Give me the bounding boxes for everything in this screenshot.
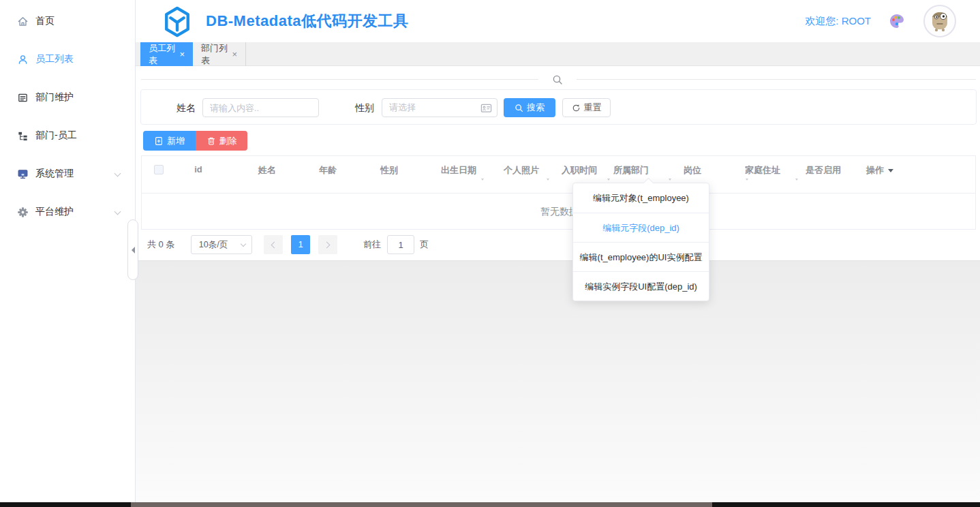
name-label: 姓名 bbox=[177, 90, 196, 125]
name-input[interactable] bbox=[202, 98, 319, 117]
form-icon bbox=[17, 92, 29, 104]
menu-item-edit-instance-field-ui-config[interactable]: 编辑实例字段UI配置(dep_id) bbox=[573, 271, 709, 301]
data-table: id 姓名 年龄 性别 出生日期 个人照片 入职时间 所属部门 岗位 家庭住址 … bbox=[141, 155, 976, 230]
id-card-icon[interactable] bbox=[480, 102, 492, 114]
column-header-department[interactable]: 所属部门 bbox=[613, 164, 649, 176]
search-toggle-icon[interactable] bbox=[552, 74, 563, 85]
sidebar: 首页 员工列表 部门维护 部门-员工 系统管理 平台维护 bbox=[0, 0, 136, 502]
column-header-operation[interactable]: 操作 bbox=[866, 164, 893, 176]
document-add-icon bbox=[154, 136, 164, 146]
gender-select-placeholder: 请选择 bbox=[389, 99, 416, 117]
column-header-hire-date[interactable]: 入职时间 bbox=[562, 164, 597, 176]
goto-page-input[interactable] bbox=[387, 235, 414, 254]
tab-department-list[interactable]: 部门列表 × bbox=[193, 42, 246, 66]
tab-close-icon[interactable]: × bbox=[179, 49, 185, 59]
sort-caret-icon bbox=[669, 179, 671, 182]
tab-bar: 员工列表 × 部门列表 × bbox=[136, 42, 980, 66]
sidebar-item-label: 平台维护 bbox=[35, 206, 74, 218]
app-logo-icon bbox=[163, 6, 192, 37]
page-size-value: 10条/页 bbox=[192, 236, 235, 253]
dock-strip-segment bbox=[131, 502, 712, 507]
total-count-text: 共 0 条 bbox=[147, 235, 174, 254]
reset-button[interactable]: 重置 bbox=[562, 98, 611, 117]
column-header-name[interactable]: 姓名 bbox=[258, 164, 276, 176]
page-title: DB-Metadata低代码开发工具 bbox=[206, 0, 408, 42]
delete-button-label: 删除 bbox=[219, 135, 237, 147]
pagination: 共 0 条 10条/页 1 前往 页 bbox=[136, 235, 980, 254]
gender-select[interactable]: 请选择 bbox=[382, 98, 497, 117]
sort-caret-icon bbox=[607, 179, 610, 182]
sort-caret-icon bbox=[481, 179, 484, 182]
dock-strip bbox=[0, 502, 980, 507]
app-window: 首页 员工列表 部门维护 部门-员工 系统管理 平台维护 bbox=[0, 0, 980, 507]
menu-item-edit-ui-instance-config[interactable]: 编辑(t_employee)的UI实例配置 bbox=[573, 242, 709, 271]
search-form-card: 姓名 性别 请选择 搜索 重置 bbox=[140, 89, 977, 125]
palette-icon[interactable] bbox=[889, 13, 905, 29]
search-button-label: 搜索 bbox=[527, 102, 545, 114]
chevron-down-icon bbox=[114, 209, 121, 215]
menu-item-edit-meta-field[interactable]: 编辑元字段(dep_id) bbox=[573, 213, 709, 242]
column-header-birthdate[interactable]: 出生日期 bbox=[441, 164, 476, 176]
column-header-gender[interactable]: 性别 bbox=[380, 164, 398, 176]
sidebar-item-platform-maintain[interactable]: 平台维护 bbox=[0, 193, 135, 231]
page-background bbox=[136, 261, 980, 502]
chevron-left-icon bbox=[271, 241, 278, 248]
menu-item-edit-meta-object[interactable]: 编辑元对象(t_employee) bbox=[573, 183, 709, 213]
avatar[interactable] bbox=[923, 5, 956, 37]
sidebar-nav: 首页 员工列表 部门维护 部门-员工 系统管理 平台维护 bbox=[0, 0, 135, 231]
delete-button[interactable]: 删除 bbox=[196, 131, 247, 151]
sidebar-item-home[interactable]: 首页 bbox=[0, 2, 135, 40]
current-page-button[interactable]: 1 bbox=[291, 235, 310, 254]
prev-page-button[interactable] bbox=[264, 235, 283, 254]
tab-label: 员工列表 bbox=[149, 42, 176, 67]
refresh-icon bbox=[572, 104, 581, 112]
sort-caret-icon bbox=[746, 179, 748, 182]
column-header-enabled[interactable]: 是否启用 bbox=[806, 164, 841, 176]
tab-close-icon[interactable]: × bbox=[232, 49, 237, 59]
home-icon bbox=[17, 16, 29, 27]
caret-down-icon bbox=[888, 169, 893, 175]
chevron-down-icon bbox=[241, 241, 246, 247]
content-panel: 姓名 性别 请选择 搜索 重置 bbox=[136, 66, 980, 261]
divider bbox=[141, 79, 538, 80]
sidebar-item-label: 部门-员工 bbox=[35, 129, 77, 142]
goto-label: 前往 bbox=[363, 235, 381, 254]
trash-icon bbox=[206, 136, 216, 146]
gender-label: 性别 bbox=[355, 90, 374, 125]
page-unit-label: 页 bbox=[420, 235, 429, 254]
sidebar-item-label: 部门维护 bbox=[35, 91, 74, 104]
sidebar-item-label: 员工列表 bbox=[35, 53, 74, 65]
sidebar-item-dept-employee[interactable]: 部门-员工 bbox=[0, 117, 135, 155]
sidebar-item-label: 系统管理 bbox=[35, 168, 74, 180]
sort-caret-icon bbox=[795, 179, 798, 182]
search-button[interactable]: 搜索 bbox=[504, 98, 555, 117]
monitor-icon bbox=[17, 168, 29, 180]
app-header: DB-Metadata低代码开发工具 欢迎您: ROOT bbox=[136, 0, 980, 42]
user-icon bbox=[17, 54, 29, 65]
column-header-age[interactable]: 年龄 bbox=[319, 164, 337, 176]
add-button[interactable]: 新增 bbox=[143, 131, 196, 151]
sidebar-collapse-handle[interactable] bbox=[127, 219, 138, 280]
column-header-id[interactable]: id bbox=[194, 164, 202, 174]
tab-label: 部门列表 bbox=[201, 42, 228, 67]
column-header-photo[interactable]: 个人照片 bbox=[504, 164, 539, 176]
sidebar-item-dept-maintain[interactable]: 部门维护 bbox=[0, 78, 135, 117]
select-all-checkbox[interactable] bbox=[154, 165, 164, 174]
tree-table-icon bbox=[17, 130, 29, 142]
divider bbox=[577, 79, 976, 80]
column-context-menu: 编辑元对象(t_employee) 编辑元字段(dep_id) 编辑(t_emp… bbox=[572, 183, 709, 301]
collapse-left-icon bbox=[132, 247, 135, 253]
sidebar-item-label: 首页 bbox=[35, 15, 55, 27]
next-page-button[interactable] bbox=[318, 235, 337, 254]
sidebar-item-employee-list[interactable]: 员工列表 bbox=[0, 40, 135, 78]
page-size-select[interactable]: 10条/页 bbox=[191, 235, 252, 254]
column-header-position[interactable]: 岗位 bbox=[684, 164, 701, 176]
welcome-text: 欢迎您: ROOT bbox=[805, 0, 871, 42]
chevron-right-icon bbox=[324, 241, 331, 248]
column-header-address[interactable]: 家庭住址 bbox=[745, 164, 780, 176]
sidebar-item-system-manage[interactable]: 系统管理 bbox=[0, 155, 135, 193]
table-header-row: id 姓名 年龄 性别 出生日期 个人照片 入职时间 所属部门 岗位 家庭住址 … bbox=[142, 156, 975, 194]
sort-caret-icon bbox=[547, 179, 549, 182]
reset-button-label: 重置 bbox=[584, 102, 602, 114]
tab-employee-list[interactable]: 员工列表 × bbox=[140, 42, 193, 66]
